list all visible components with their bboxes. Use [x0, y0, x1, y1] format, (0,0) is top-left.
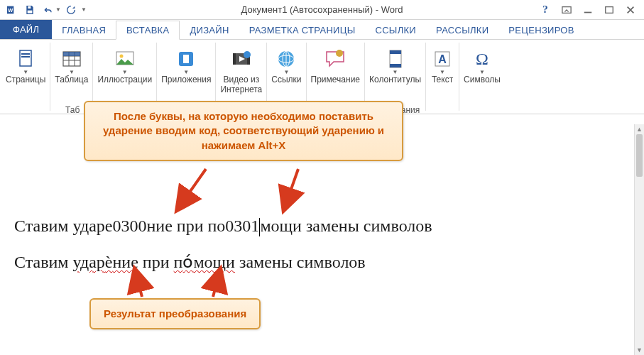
svg-rect-8 — [21, 53, 30, 55]
ribbon-text[interactable]: A ▼ Текст — [426, 43, 459, 111]
comment-icon — [323, 44, 347, 74]
pages-icon: ▼ — [13, 44, 38, 74]
group-label-table: Таб — [65, 105, 80, 115]
svg-point-29 — [336, 50, 343, 57]
redo-icon[interactable] — [62, 1, 80, 18]
doc-line-1: Ставим ударе0300ние при по0301мощи замен… — [14, 217, 432, 236]
maximize-icon[interactable] — [601, 2, 617, 18]
word-app-icon[interactable]: W — [3, 1, 20, 18]
callout-instruction: После буквы, на которую необходимо поста… — [84, 101, 403, 161]
svg-rect-7 — [20, 50, 31, 66]
scroll-thumb[interactable] — [636, 134, 643, 177]
tab-file[interactable]: ФАЙЛ — [0, 20, 52, 39]
tab-mailings[interactable]: РАССЫЛКИ — [426, 21, 498, 39]
window-title: Документ1 (Автосохраненный) - Word — [241, 4, 403, 15]
quick-access-toolbar: W ▼ ▼ — [0, 1, 87, 18]
tab-home[interactable]: ГЛАВНАЯ — [52, 21, 116, 39]
tab-layout[interactable]: РАЗМЕТКА СТРАНИЦЫ — [239, 21, 366, 39]
svg-point-17 — [119, 55, 123, 58]
ribbon-symbols[interactable]: Ω ▼ Символы — [459, 43, 505, 111]
symbols-icon: Ω ▼ — [470, 44, 494, 74]
vertical-scrollbar[interactable]: ▲ ▼ — [634, 124, 644, 355]
video-icon — [229, 44, 253, 74]
save-icon[interactable] — [21, 1, 38, 18]
svg-text:A: A — [438, 53, 447, 65]
ribbon-display-icon[interactable] — [559, 2, 574, 18]
tab-design[interactable]: ДИЗАЙН — [180, 21, 239, 39]
titlebar: W ▼ ▼ Документ1 (Автосохраненный) - Word… — [0, 0, 644, 20]
svg-rect-32 — [390, 64, 401, 67]
text-icon: A ▼ — [430, 44, 454, 74]
undo-icon[interactable] — [40, 1, 57, 18]
doc-line-2: Ставим ударение при помощи замены символ… — [14, 252, 366, 272]
tab-insert[interactable]: ВСТАВКА — [116, 21, 180, 40]
links-icon: ▼ — [274, 44, 298, 74]
svg-rect-9 — [21, 56, 30, 58]
window-controls: ? — [537, 2, 644, 18]
headerfooter-icon: ▼ — [383, 44, 408, 74]
svg-rect-15 — [63, 52, 80, 56]
tab-review[interactable]: РЕЦЕНЗИРОВ — [498, 21, 584, 39]
table-icon: ▼ — [60, 44, 84, 74]
help-icon[interactable]: ? — [537, 2, 553, 18]
svg-rect-2 — [28, 6, 31, 8]
svg-rect-19 — [183, 55, 189, 63]
ribbon-tabs: ФАЙЛ ГЛАВНАЯ ВСТАВКА ДИЗАЙН РАЗМЕТКА СТР… — [0, 20, 644, 40]
svg-rect-31 — [390, 50, 401, 54]
svg-rect-6 — [606, 6, 613, 13]
undo-dropdown-icon[interactable]: ▼ — [55, 6, 61, 13]
apps-icon: ▼ — [174, 44, 198, 74]
svg-text:W: W — [8, 7, 13, 13]
tab-references[interactable]: ССЫЛКИ — [365, 21, 426, 39]
scroll-down-icon[interactable]: ▼ — [635, 345, 644, 355]
callout-result: Результат преобразования — [89, 298, 261, 329]
illustrations-icon: ▼ — [113, 44, 137, 74]
close-icon[interactable] — [623, 2, 638, 18]
ribbon-pages[interactable]: ▼ Страницы — [1, 43, 50, 111]
svg-rect-21 — [233, 53, 236, 65]
svg-text:Ω: Ω — [476, 50, 489, 68]
svg-point-24 — [244, 51, 251, 58]
qat-customize-icon[interactable]: ▼ — [81, 6, 87, 13]
scroll-up-icon[interactable]: ▲ — [635, 124, 644, 134]
minimize-icon[interactable] — [580, 2, 596, 18]
svg-rect-3 — [28, 10, 33, 13]
